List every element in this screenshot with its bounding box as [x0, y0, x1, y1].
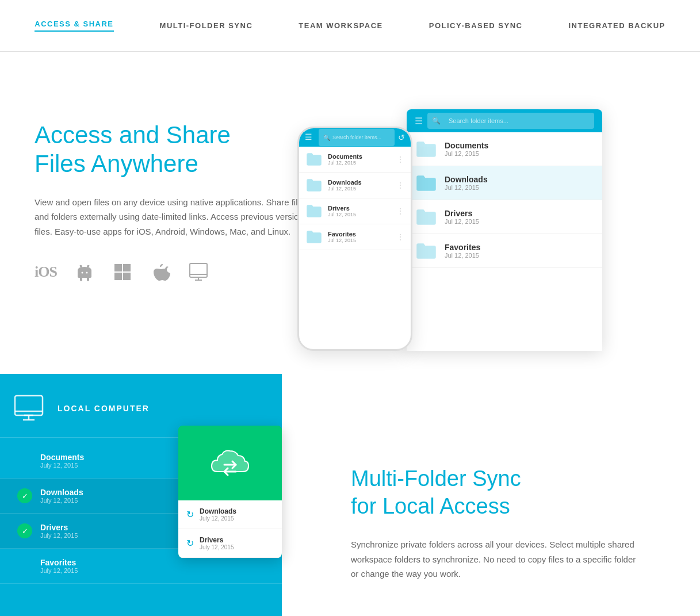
section-visual: ☰ 🔍 Search folder items... ↺ DocumentsJu…	[297, 109, 700, 374]
svg-point-2	[81, 272, 83, 274]
nav-multi-folder[interactable]: MULTI-FOLDER SYNC	[160, 21, 253, 30]
phone-mockup: ☰ 🔍 Search folder items... ↺ DocumentsJu…	[297, 127, 412, 351]
section-sync-text: Multi-Folder Sync for Local Access Synch…	[282, 374, 700, 616]
search-icon: 🔍	[323, 135, 330, 141]
sync-body: Synchronize private folders across all y…	[351, 537, 638, 581]
nav-policy-sync[interactable]: POLICY-BASED SYNC	[429, 21, 523, 30]
svg-rect-6	[114, 264, 122, 271]
nav-team-workspace[interactable]: TEAM WORKSPACE	[299, 21, 382, 30]
sync-check-icon-drivers: ✓	[17, 523, 32, 538]
cloud-icon	[178, 426, 282, 500]
sync-check-icon: ✓	[17, 488, 32, 503]
desktop-folder-documents: DocumentsJul 12, 2015	[407, 132, 602, 166]
sync-heading: Multi-Folder Sync for Local Access	[351, 465, 665, 520]
local-computer-label: LOCAL COMPUTER	[58, 404, 150, 413]
cloud-folder-drivers: ↻ Drivers July 12, 2015	[178, 529, 282, 558]
desktop-folder-favorites: FavoritesJul 12, 2015	[407, 234, 602, 268]
phone-folder-list: DocumentsJul 12, 2015 ⋮ DownloadsJul 12,…	[299, 147, 411, 250]
phone-top-bar: ☰ 🔍 Search folder items... ↺	[299, 128, 411, 147]
svg-rect-9	[123, 273, 131, 280]
section-access-share: Access and Share Files Anywhere View and…	[0, 52, 700, 374]
cloud-folder-downloads: ↻ Downloads July 12, 2015	[178, 500, 282, 529]
desktop-panel: ☰ 🔍 Search folder items... DocumentsJul …	[407, 109, 602, 351]
phone-folder-favorites: FavoritesJul 12, 2015 ⋮	[299, 224, 411, 250]
svg-rect-15	[15, 396, 43, 415]
sync-icon-drivers: ↻	[186, 538, 194, 549]
linux-icon	[188, 262, 209, 282]
main-nav: ACCESS & SHARE MULTI-FOLDER SYNC TEAM WO…	[0, 0, 700, 52]
section-heading: Access and Share Files Anywhere	[35, 121, 322, 179]
nav-access-share[interactable]: ACCESS & SHARE	[35, 20, 113, 32]
phone-folder-documents: DocumentsJul 12, 2015 ⋮	[299, 147, 411, 173]
desktop-folder-downloads: DownloadsJul 12, 2015	[407, 166, 602, 200]
section-multi-folder-sync: LOCAL COMPUTER Documents July 12, 2015 ✓…	[0, 374, 700, 616]
svg-point-3	[86, 272, 87, 274]
phone-folder-downloads: DownloadsJul 12, 2015 ⋮	[299, 173, 411, 198]
nav-integrated-backup[interactable]: INTEGRATED BACKUP	[568, 21, 665, 30]
desktop-folder-drivers: DriversJul 12, 2015	[407, 200, 602, 234]
apple-icon	[150, 262, 171, 282]
platform-icons: iOS	[35, 262, 322, 282]
desktop-panel-header: ☰ 🔍 Search folder items...	[407, 109, 602, 132]
desktop-folder-list: DocumentsJul 12, 2015 DownloadsJul 12, 2…	[407, 132, 602, 268]
cloud-card-items: ↻ Downloads July 12, 2015 ↻ Drivers July…	[178, 500, 282, 558]
section-body: View and open files on any device using …	[35, 195, 322, 239]
phone-search-bar: 🔍 Search folder items...	[319, 129, 395, 146]
cloud-sync-card: ↻ Downloads July 12, 2015 ↻ Drivers July…	[178, 426, 282, 558]
monitor-icon	[12, 391, 46, 426]
svg-rect-10	[190, 263, 207, 277]
svg-rect-8	[114, 273, 122, 280]
windows-icon	[112, 262, 133, 282]
ios-icon: iOS	[35, 263, 57, 281]
android-icon	[74, 262, 95, 282]
phone-folder-drivers: DriversJul 12, 2015 ⋮	[299, 198, 411, 224]
svg-rect-7	[123, 264, 131, 271]
sync-icon-downloads: ↻	[186, 509, 194, 520]
section-local-computer: LOCAL COMPUTER Documents July 12, 2015 ✓…	[0, 374, 282, 616]
